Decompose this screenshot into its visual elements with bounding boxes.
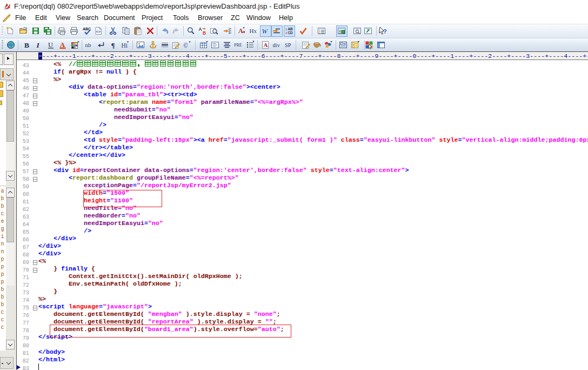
svg-text:¶: ¶ xyxy=(111,41,115,49)
svg-text:1: 1 xyxy=(285,28,288,31)
svg-text:div: div xyxy=(273,42,280,48)
svg-text:A: A xyxy=(199,27,202,32)
svg-text:SP: SP xyxy=(285,42,291,48)
svg-text:?: ? xyxy=(383,28,387,35)
svg-text:AB: AB xyxy=(288,27,293,31)
svg-text:A: A xyxy=(60,41,65,48)
svg-text:B: B xyxy=(203,30,206,35)
svg-text:nb: nb xyxy=(85,42,92,48)
svg-text:PRE: PRE xyxy=(234,43,242,48)
svg-text:B: B xyxy=(24,41,29,49)
svg-text:Hx: Hx xyxy=(250,28,257,34)
svg-text:W: W xyxy=(262,28,269,35)
svg-text:Hi: Hi xyxy=(122,42,128,48)
svg-text:U: U xyxy=(48,41,53,49)
svg-text:I: I xyxy=(36,41,40,49)
svg-text:A: A xyxy=(264,42,268,48)
svg-text:2: 2 xyxy=(285,31,288,35)
svg-text:CD: CD xyxy=(288,31,293,35)
svg-text:©: © xyxy=(183,41,188,49)
svg-text:3: 3 xyxy=(229,31,230,35)
svg-text:<>: <> xyxy=(96,29,101,34)
svg-text:a: a xyxy=(243,29,245,34)
